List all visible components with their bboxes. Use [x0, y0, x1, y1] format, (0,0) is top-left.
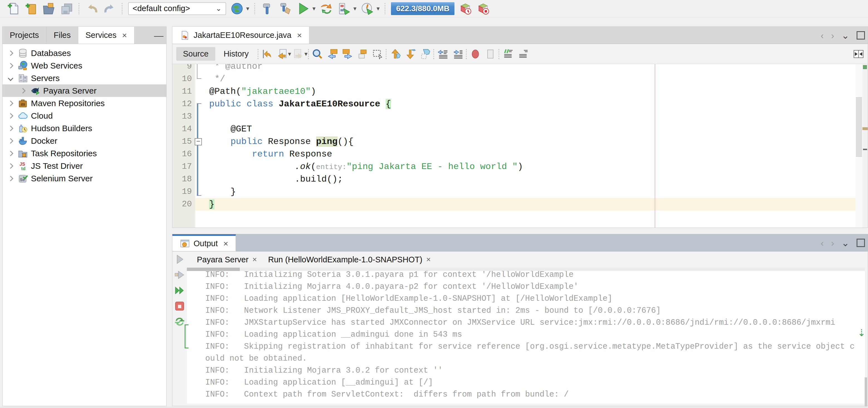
- redo-button[interactable]: [103, 2, 117, 15]
- source-view-button[interactable]: Source: [176, 47, 215, 61]
- last-edit-icon[interactable]: [261, 48, 273, 60]
- code-line-17[interactable]: 17 .ok(entity:"ping Jakarta EE - hello w…: [173, 160, 868, 173]
- minimize-window-button[interactable]: —: [154, 31, 163, 40]
- scroll-tabs-right-icon[interactable]: ›: [831, 31, 834, 40]
- close-icon[interactable]: ×: [426, 255, 431, 264]
- tab-projects[interactable]: Projects: [2, 27, 46, 44]
- tree-item-payara-server[interactable]: Payara Server: [2, 84, 166, 97]
- chevron-right-icon[interactable]: [8, 113, 13, 119]
- chevron-right-icon[interactable]: [8, 63, 13, 68]
- code-line-16[interactable]: 16 return Response: [173, 148, 868, 160]
- dropdown-arrow-icon[interactable]: ▾: [246, 5, 249, 12]
- tab-list-dropdown-icon[interactable]: ⌄: [841, 31, 849, 40]
- dropdown-arrow-icon[interactable]: ▾: [312, 5, 315, 12]
- run-project-button[interactable]: [296, 2, 310, 15]
- uncomment-icon[interactable]: [517, 48, 529, 60]
- dropdown-arrow-icon[interactable]: ▾: [353, 5, 356, 12]
- code-line-11[interactable]: 11@Path("jakartaee10"): [173, 85, 868, 98]
- rerun-button[interactable]: [175, 254, 185, 265]
- chevron-right-icon[interactable]: [8, 163, 13, 169]
- tree-item-maven-repositories[interactable]: mMaven Repositories: [2, 97, 166, 109]
- output-tab-payara-server[interactable]: Payara Server×: [197, 255, 257, 264]
- error-stripe-caret-mark[interactable]: [863, 149, 867, 150]
- chevron-down-icon[interactable]: [8, 75, 13, 81]
- memory-monitor[interactable]: 622.3/880.0MB: [391, 2, 455, 15]
- close-icon[interactable]: ×: [122, 31, 127, 40]
- error-stripe-mark[interactable]: [862, 127, 868, 130]
- dropdown-arrow-icon[interactable]: ▾: [304, 51, 307, 58]
- forward-icon[interactable]: [292, 48, 305, 60]
- find-icon[interactable]: [311, 48, 323, 60]
- dropdown-arrow-icon[interactable]: ▾: [376, 5, 379, 12]
- log-view[interactable]: INFO: Initializing Soteria 3.0.1.payara …: [187, 268, 865, 404]
- rectangular-selection-icon[interactable]: [371, 48, 384, 60]
- code-line-14[interactable]: 14 @GET: [173, 123, 868, 135]
- config-combobox[interactable]: <default config> ⌄: [128, 2, 226, 15]
- shift-right-icon[interactable]: [452, 48, 464, 60]
- refresh-button[interactable]: [175, 317, 185, 328]
- tab-files[interactable]: Files: [46, 27, 78, 44]
- save-all-button[interactable]: [60, 2, 73, 15]
- chevron-right-icon[interactable]: [8, 151, 13, 156]
- code-line-12[interactable]: 12public class JakartaEE10Resource {: [173, 98, 868, 110]
- history-view-button[interactable]: History: [217, 47, 255, 61]
- shift-left-icon[interactable]: [437, 48, 449, 60]
- hot-redeploy-button[interactable]: [175, 285, 185, 296]
- back-icon[interactable]: [276, 48, 288, 60]
- code-line-13[interactable]: 13: [173, 110, 868, 123]
- stop-button[interactable]: [175, 301, 185, 312]
- chevron-right-icon[interactable]: [8, 138, 13, 144]
- tree-item-servers[interactable]: Servers: [2, 72, 166, 84]
- scroll-tabs-left-icon[interactable]: ‹: [821, 238, 824, 248]
- output-vscrollbar-thumb[interactable]: [865, 377, 867, 408]
- code-line-10[interactable]: 10 */: [173, 73, 868, 85]
- chevron-right-icon[interactable]: [20, 88, 26, 94]
- fold-collapse-button[interactable]: −: [195, 138, 202, 145]
- tree-item-databases[interactable]: Databases: [2, 47, 166, 59]
- debug-project-button[interactable]: [337, 2, 351, 15]
- editor-vscrollbar[interactable]: [856, 64, 862, 227]
- chevron-right-icon[interactable]: [8, 100, 13, 106]
- log-hscrollbar[interactable]: [187, 268, 865, 271]
- toggle-bookmark-icon[interactable]: [419, 48, 431, 60]
- split-editor-icon[interactable]: [852, 48, 865, 60]
- code-line-20[interactable]: 20}: [173, 198, 868, 211]
- clean-build-project-button[interactable]: [278, 2, 292, 15]
- close-icon[interactable]: ×: [297, 31, 302, 40]
- code-line-19[interactable]: 19 }: [173, 186, 868, 198]
- tree-item-js-test-driver[interactable]: JStdJS Test Driver: [2, 160, 166, 172]
- scroll-tabs-right-icon[interactable]: ›: [831, 238, 834, 248]
- comment-icon[interactable]: [502, 48, 514, 60]
- chevron-right-icon[interactable]: [8, 126, 13, 131]
- web-browser-button[interactable]: [230, 2, 244, 15]
- profiler-stop-icon[interactable]: [476, 2, 490, 15]
- tree-item-selenium-server[interactable]: SeSelenium Server: [2, 172, 166, 185]
- code-line-15[interactable]: 15 public Response ping(){: [173, 135, 868, 148]
- no-errors-badge[interactable]: [863, 65, 867, 69]
- tab-services[interactable]: Services ×: [78, 27, 134, 44]
- record-macro-icon[interactable]: [469, 48, 482, 60]
- code-line-18[interactable]: 18 .build();: [173, 173, 868, 186]
- scroll-tabs-left-icon[interactable]: ‹: [821, 31, 824, 40]
- tree-item-web-services[interactable]: Web Services: [2, 59, 166, 72]
- new-file-button[interactable]: [6, 2, 20, 15]
- find-previous-icon[interactable]: [327, 48, 339, 60]
- maximize-window-button[interactable]: [857, 31, 865, 39]
- chevron-right-icon[interactable]: [8, 51, 13, 56]
- new-project-button[interactable]: [24, 2, 38, 15]
- stop-macro-icon[interactable]: [484, 48, 497, 60]
- tab-jakartaee10resource[interactable]: JakartaEE10Resource.java ×: [173, 27, 309, 44]
- log-hscrollbar-thumb[interactable]: [187, 268, 240, 271]
- chevron-right-icon[interactable]: [8, 176, 13, 181]
- profiler-clock-icon[interactable]: [458, 2, 472, 15]
- open-project-button[interactable]: [42, 2, 56, 15]
- editor-vscrollbar-thumb[interactable]: [856, 97, 862, 157]
- tree-item-hudson-builders[interactable]: Hudson Builders: [2, 122, 166, 134]
- find-next-icon[interactable]: [341, 48, 354, 60]
- dropdown-arrow-icon[interactable]: ▾: [288, 51, 291, 58]
- tree-item-docker[interactable]: Docker: [2, 134, 166, 147]
- close-icon[interactable]: ×: [252, 255, 257, 264]
- code-editor[interactable]: 9 * @author10 */11@Path("jakartaee10")12…: [173, 64, 868, 227]
- maximize-window-button[interactable]: [857, 239, 865, 247]
- code-line-9[interactable]: 9 * @author: [173, 64, 868, 73]
